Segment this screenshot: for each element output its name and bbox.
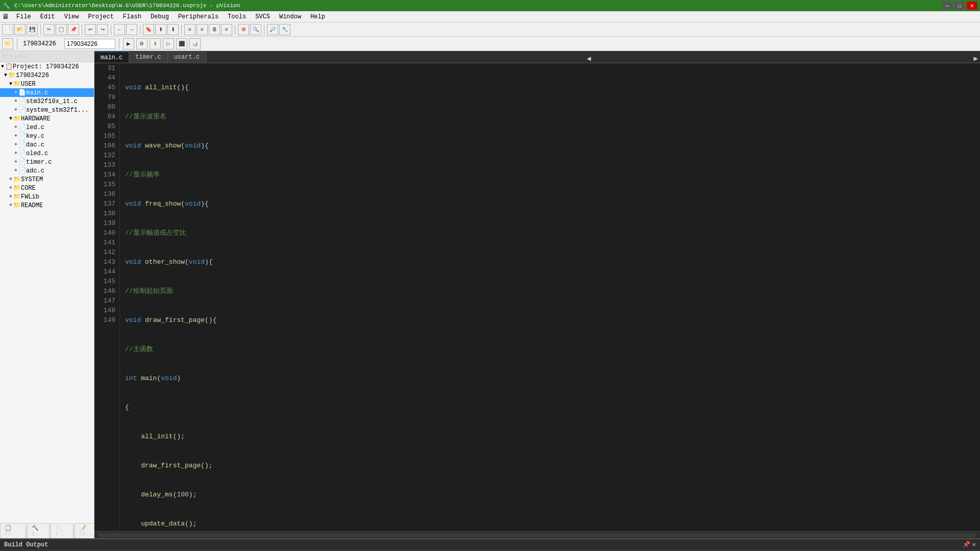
tree-node-timerc[interactable]: + 📄 timer.c — [0, 158, 94, 166]
debug-stop-button[interactable]: ⬛ — [176, 38, 187, 49]
code-editor[interactable]: 31 44 45 79 80 84 85 105 106 132 133 134… — [94, 63, 980, 531]
new-button[interactable]: 📄 — [2, 24, 13, 35]
tree-root[interactable]: ▼ 📋 Project: 179034226 — [0, 62, 94, 71]
menu-item-project[interactable]: Project — [84, 12, 117, 21]
ln-105: 105 — [94, 131, 115, 141]
build-pin-icon[interactable]: 📌 — [963, 541, 970, 548]
open-button[interactable]: 📂 — [14, 24, 26, 35]
proj-tab-build[interactable]: 🔨 B... — [27, 523, 50, 538]
close-button[interactable]: ✕ — [967, 2, 977, 10]
tool-button[interactable]: 🔧 — [279, 24, 290, 35]
folder-icon-user: 📁 — [13, 80, 21, 88]
file-icon-adc: 📄 — [18, 167, 26, 174]
tree-node-core[interactable]: + 📁 CORE — [0, 184, 94, 192]
project-close-button[interactable]: ✕ — [89, 54, 92, 60]
undo-button[interactable]: ↩ — [85, 24, 96, 35]
flash-button[interactable]: ⬇ — [150, 38, 161, 49]
maximize-button[interactable]: □ — [954, 2, 965, 10]
tab-nav-right[interactable]: ▶ — [972, 54, 980, 63]
menu-item-file[interactable]: File — [12, 12, 35, 21]
compile-button[interactable]: ▶ — [123, 38, 134, 49]
separator-5 — [181, 24, 182, 35]
indent-button[interactable]: ≡ — [184, 24, 195, 35]
copy-button[interactable]: 📋 — [56, 24, 67, 35]
tree-node-dacc[interactable]: + 📄 dac.c — [0, 140, 94, 149]
project-btn[interactable]: 📁 — [2, 38, 13, 49]
menu-item-flash[interactable]: Flash — [119, 12, 145, 21]
app-icon: 🔧 — [3, 3, 10, 9]
build-all-button[interactable]: ⚙ — [238, 24, 249, 35]
expand-icon-oled: + — [14, 151, 17, 156]
search-button[interactable]: 🔍 — [250, 24, 261, 35]
menu-item-help[interactable]: Help — [306, 12, 329, 21]
redo-button[interactable]: ↪ — [97, 24, 108, 35]
tree-node-adcc[interactable]: + 📄 adc.c — [0, 166, 94, 175]
tab-nav-left[interactable]: ◀ — [585, 54, 593, 63]
debug-start-button[interactable]: ▷ — [163, 38, 174, 49]
paste-button[interactable]: 📌 — [68, 24, 79, 35]
save-button[interactable]: 💾 — [27, 24, 38, 35]
tab-usartc[interactable]: usart.c — [168, 52, 206, 63]
prev-bookmark-button[interactable]: ⬆ — [155, 24, 166, 35]
expand-icon-1: ▼ — [4, 72, 7, 78]
nav-back-button[interactable]: ← — [114, 24, 125, 35]
build-close-icon[interactable]: ✕ — [972, 541, 976, 548]
code-line-132: //主函数 — [125, 344, 980, 354]
tree-node-ledc[interactable]: + 📄 led.c — [0, 123, 94, 132]
expand-icon-system: + — [14, 107, 17, 113]
nav-fwd-button[interactable]: → — [126, 24, 137, 35]
tree-node-system-folder[interactable]: + 📁 SYSTEM — [0, 175, 94, 184]
cut-button[interactable]: ✂ — [43, 24, 55, 35]
h-scrollbar[interactable] — [94, 531, 980, 538]
tree-label-stm32: stm32f10x_it.c — [26, 98, 78, 105]
expand-icon-hardware: ▼ — [9, 116, 12, 121]
menu-item-edit[interactable]: Edit — [36, 12, 59, 21]
tree-node-179034226[interactable]: ▼ 📁 179034226 — [0, 71, 94, 80]
minimize-button[interactable]: ─ — [942, 2, 952, 10]
proj-tab-templates[interactable]: 📝 Te... — [75, 523, 94, 538]
tab-mainc[interactable]: main.c — [94, 52, 129, 63]
format-button[interactable]: ≣ — [209, 24, 220, 35]
expand-icon-fwlib: + — [9, 194, 12, 199]
separator-t2 — [17, 39, 17, 49]
next-bookmark-button[interactable]: ⬇ — [167, 24, 179, 35]
tab-timerc[interactable]: timer.c — [129, 52, 167, 63]
menu-item-tools[interactable]: Tools — [224, 12, 250, 21]
tree-node-mainc[interactable]: + 📄 main.c — [0, 88, 94, 97]
menu-item-peripherals[interactable]: Peripherals — [174, 12, 223, 21]
tree-node-oledc[interactable]: + 📄 oled.c — [0, 149, 94, 158]
ln-141: 141 — [94, 238, 115, 247]
proj-tab-funcs[interactable]: {} F... — [51, 523, 73, 538]
ln-143: 143 — [94, 257, 115, 267]
tree-node-keyc[interactable]: + 📄 key.c — [0, 132, 94, 140]
expand-icon-stm32: + — [14, 98, 17, 104]
zoom-button[interactable]: 🔎 — [267, 24, 278, 35]
expand-icon-core: + — [9, 185, 12, 191]
menu-item-view[interactable]: View — [60, 12, 83, 21]
tree-root-label: Project: 179034226 — [13, 63, 79, 70]
ln-136: 136 — [94, 189, 115, 199]
tree-node-stm32[interactable]: + 📄 stm32f10x_it.c — [0, 97, 94, 106]
tree-node-readme[interactable]: + 📁 README — [0, 201, 94, 210]
expand-icon-timer: + — [14, 159, 17, 165]
separator-7 — [264, 24, 264, 35]
code-content[interactable]: void all_init(){ //显示波形名 void wave_show(… — [120, 63, 980, 531]
tree-node-fwlib[interactable]: + 📁 FWLib — [0, 192, 94, 201]
tree-node-user[interactable]: ▼ 📁 USER — [0, 80, 94, 88]
root-expand-icon: ▼ — [1, 64, 4, 69]
compile2-button[interactable]: ⚙ — [136, 38, 148, 49]
tree-node-system[interactable]: + 📄 system_stm32f1... — [0, 106, 94, 114]
outdent-button[interactable]: ≡ — [197, 24, 208, 35]
h-scroll-track[interactable] — [99, 533, 976, 537]
menu-item-window[interactable]: Window — [275, 12, 305, 21]
ln-149: 149 — [94, 315, 115, 325]
proj-tab-project[interactable]: 📋 Pr... — [0, 523, 26, 538]
file-icon-led: 📄 — [18, 123, 26, 131]
menu-item-svcs[interactable]: SVCS — [251, 12, 274, 21]
align-button[interactable]: ≡ — [221, 24, 232, 35]
filename-input[interactable] — [64, 39, 115, 49]
tree-node-hardware[interactable]: ▼ 📁 HARDWARE — [0, 114, 94, 123]
bookmark-button[interactable]: 🔖 — [143, 24, 154, 35]
menu-item-debug[interactable]: Debug — [146, 12, 173, 21]
peripherals-btn[interactable]: 📊 — [189, 38, 201, 49]
